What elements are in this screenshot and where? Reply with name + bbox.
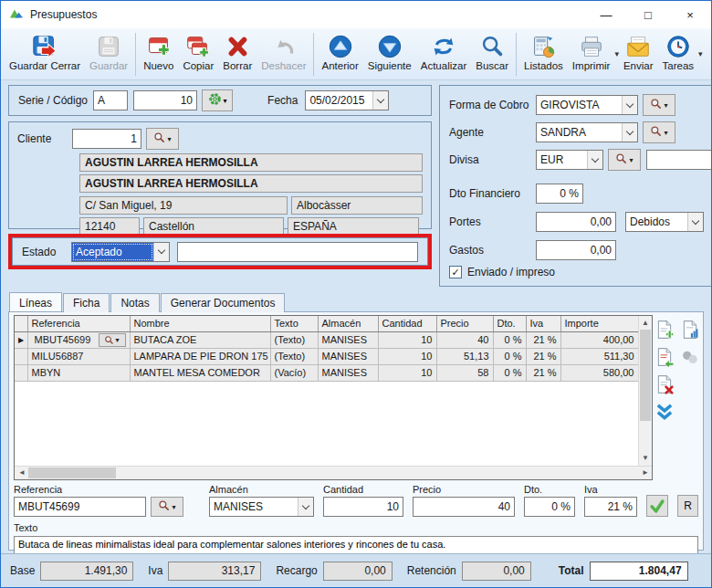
cell-cantidad[interactable]: 10: [378, 364, 436, 381]
cell-cantidad[interactable]: 10: [378, 331, 436, 348]
cell-almacen[interactable]: MANISES: [318, 348, 378, 364]
enviado-impreso-checkbox[interactable]: ✓: [449, 266, 462, 278]
col-header-referencia[interactable]: Referencia: [27, 316, 130, 331]
imprimir-button[interactable]: Imprimir: [568, 31, 615, 73]
tab-ficha[interactable]: Ficha: [63, 293, 110, 312]
tab-notas[interactable]: Notas: [110, 293, 159, 312]
cell-nombre[interactable]: MANTEL MESA COMEDOR: [130, 364, 270, 381]
divisa-lookup-button[interactable]: ▾: [608, 149, 641, 171]
cell-precio[interactable]: 51,13: [436, 348, 493, 364]
close-button[interactable]: ×: [669, 1, 711, 28]
col-header-precio[interactable]: Precio: [436, 316, 493, 331]
cell-referencia[interactable]: MBUT45699 ▾: [27, 331, 130, 348]
forma-de-cobro-lookup-button[interactable]: ▾: [643, 94, 675, 116]
editor-referencia-lookup-button[interactable]: ▾: [151, 497, 183, 517]
chevron-down-icon[interactable]: [153, 243, 169, 261]
scroll-left-icon[interactable]: ◄: [18, 469, 26, 477]
grid-row-selected[interactable]: ▶ MBUT45699 ▾: [15, 331, 638, 348]
portes-tipo-combobox[interactable]: Debidos: [625, 212, 704, 232]
col-header-iva[interactable]: Iva: [526, 316, 560, 331]
expand-lines-button[interactable]: [654, 402, 675, 422]
col-header-nombre[interactable]: Nombre: [130, 316, 270, 331]
cell-almacen[interactable]: MANISES: [318, 331, 378, 348]
cell-precio[interactable]: 58: [436, 364, 493, 381]
cell-cantidad[interactable]: 10: [378, 348, 436, 364]
divisa-cambio-input[interactable]: [646, 150, 712, 170]
recalculate-button[interactable]: R: [677, 495, 698, 517]
cell-importe[interactable]: 400,00: [560, 331, 638, 348]
serie-options-button[interactable]: ▾: [202, 89, 233, 111]
cell-dto[interactable]: 0 %: [493, 348, 526, 364]
grid-vertical-scrollbar[interactable]: ▲ ▼: [638, 316, 652, 466]
tareas-dropdown-caret[interactable]: ▾: [698, 49, 703, 58]
siguiente-button[interactable]: Siguiente: [363, 31, 416, 73]
codigo-input[interactable]: [133, 90, 197, 110]
chevron-down-icon[interactable]: [622, 123, 637, 142]
editor-dto-input[interactable]: [524, 497, 575, 517]
forma-de-cobro-combobox[interactable]: GIROVISTA: [536, 95, 638, 115]
anterior-button[interactable]: Anterior: [317, 31, 362, 73]
delete-line-button[interactable]: [654, 374, 675, 394]
add-line-button[interactable]: [654, 320, 675, 340]
cell-almacen[interactable]: MANISES: [318, 364, 378, 381]
cell-importe[interactable]: 580,00: [560, 364, 638, 381]
minimize-button[interactable]: —: [585, 1, 627, 28]
guardar-cerrar-button[interactable]: Guardar Cerrar: [5, 31, 85, 73]
line-report-button[interactable]: [680, 320, 700, 340]
component-lines-button[interactable]: [680, 347, 700, 367]
agente-combobox[interactable]: SANDRA: [536, 122, 638, 142]
grid-row[interactable]: MBYN MANTEL MESA COMEDOR (Vacío) MANISES…: [15, 364, 638, 381]
copiar-button[interactable]: Copiar: [178, 31, 218, 73]
chevron-down-icon[interactable]: [587, 151, 602, 169]
grid-horizontal-scrollbar[interactable]: ◄ ►: [15, 466, 652, 479]
col-header-almacen[interactable]: Almacén: [318, 316, 378, 331]
scroll-right-icon[interactable]: ►: [642, 469, 649, 477]
cell-referencia[interactable]: MILU56887: [27, 348, 130, 364]
cell-dto[interactable]: 0 %: [493, 364, 526, 381]
editor-cantidad-input[interactable]: [323, 497, 403, 517]
tab-lineas[interactable]: Líneas: [9, 292, 62, 311]
cliente-codigo-input[interactable]: [72, 129, 141, 149]
chevron-down-icon[interactable]: [372, 91, 388, 110]
cell-iva[interactable]: 21 %: [526, 331, 560, 348]
gastos-input[interactable]: [536, 240, 616, 260]
cliente-lookup-button[interactable]: ▾: [146, 128, 179, 150]
editor-referencia-input[interactable]: [14, 497, 146, 517]
tareas-button[interactable]: Tareas: [658, 31, 699, 73]
scroll-down-icon[interactable]: ▼: [642, 455, 649, 462]
agente-lookup-button[interactable]: ▾: [643, 121, 675, 143]
cell-referencia[interactable]: MBYN: [27, 364, 130, 381]
estado-nota-input[interactable]: [177, 242, 418, 262]
actualizar-button[interactable]: Actualizar: [416, 31, 472, 73]
chevron-down-icon[interactable]: [622, 96, 637, 114]
borrar-button[interactable]: Borrar: [218, 31, 257, 73]
tab-generar-documentos[interactable]: Generar Documentos: [161, 293, 286, 312]
cell-texto[interactable]: (Texto): [270, 331, 318, 348]
cell-lookup-button[interactable]: ▾: [99, 333, 126, 347]
portes-input[interactable]: [536, 212, 616, 232]
serie-input[interactable]: [93, 90, 128, 110]
cell-iva[interactable]: 21 %: [526, 364, 560, 381]
insert-line-button[interactable]: [654, 347, 675, 367]
cell-nombre[interactable]: LAMPARA DE PIE DRON 175: [130, 348, 270, 364]
col-header-dto[interactable]: Dto.: [493, 316, 526, 331]
horizontal-scroll-thumb[interactable]: [28, 467, 116, 478]
accept-line-button[interactable]: [646, 495, 668, 517]
col-header-importe[interactable]: Importe: [560, 316, 638, 331]
listados-button[interactable]: Listados: [519, 31, 568, 73]
col-header-texto[interactable]: Texto: [270, 316, 318, 331]
nuevo-button[interactable]: Nuevo: [139, 31, 178, 73]
editor-precio-input[interactable]: [413, 497, 515, 517]
buscar-button[interactable]: Buscar: [471, 31, 513, 73]
chevron-down-icon[interactable]: [298, 498, 313, 516]
enviar-button[interactable]: Enviar: [619, 31, 658, 73]
cell-texto[interactable]: (Texto): [270, 348, 318, 364]
cell-iva[interactable]: 21 %: [526, 348, 560, 364]
dto-financiero-input[interactable]: [536, 184, 583, 204]
estado-combobox[interactable]: Aceptado: [71, 242, 170, 262]
fecha-combobox[interactable]: 05/02/2015: [305, 90, 389, 110]
vertical-scroll-thumb[interactable]: [640, 330, 651, 421]
col-header-cantidad[interactable]: Cantidad: [378, 316, 436, 331]
cell-nombre[interactable]: BUTACA ZOE: [130, 331, 270, 348]
editor-almacen-combobox[interactable]: MANISES: [209, 497, 314, 517]
